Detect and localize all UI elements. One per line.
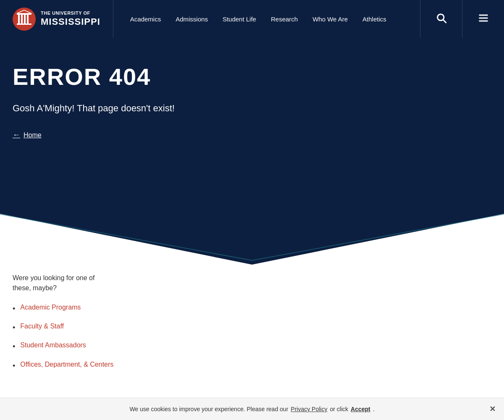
wave-transition [0, 172, 504, 265]
back-home-link[interactable]: ← Home [13, 131, 42, 139]
svg-rect-1 [17, 24, 32, 25]
nav-academics[interactable]: Academics [130, 16, 161, 23]
svg-point-9 [437, 14, 444, 21]
list-item: Academic Programs [13, 304, 491, 314]
site-header: THE UNIVERSITY OF MISSISSIPPI Academics … [0, 0, 504, 38]
nav-research[interactable]: Research [271, 16, 298, 23]
university-logo-icon [13, 8, 36, 31]
hero-section: ERROR 404 Gosh A'Mighty! That page doesn… [0, 38, 504, 172]
nav-student-life[interactable]: Student Life [223, 16, 256, 23]
list-item: Offices, Department, & Centers [13, 361, 491, 371]
link-offices-departments-centers[interactable]: Offices, Department, & Centers [20, 361, 113, 368]
looking-for-text: Were you looking for one of these, maybe… [13, 273, 491, 293]
link-faculty-staff[interactable]: Faculty & Staff [20, 323, 64, 330]
back-arrow-icon: ← [13, 131, 20, 139]
menu-button[interactable] [462, 0, 504, 38]
search-icon [436, 12, 447, 26]
error-subtitle: Gosh A'Mighty! That page doesn't exist! [13, 103, 491, 114]
link-student-ambassadors[interactable]: Student Ambassadors [20, 341, 86, 349]
error-title: ERROR 404 [13, 63, 491, 90]
suggestions-section: Were you looking for one of these, maybe… [0, 265, 504, 396]
menu-icon [478, 12, 489, 26]
list-item: Student Ambassadors [13, 341, 491, 352]
suggestions-list: Academic Programs Faculty & Staff Studen… [13, 304, 491, 371]
link-academic-programs[interactable]: Academic Programs [20, 304, 81, 311]
svg-rect-5 [24, 15, 26, 24]
nav-athletics[interactable]: Athletics [362, 16, 386, 23]
nav-who-we-are[interactable]: Who We Are [312, 16, 348, 23]
list-item: Faculty & Staff [13, 323, 491, 333]
svg-rect-3 [18, 15, 20, 24]
wave-line [0, 172, 504, 265]
logo-text: THE UNIVERSITY OF MISSISSIPPI [41, 10, 100, 28]
back-home-label: Home [24, 131, 42, 139]
main-nav: Academics Admissions Student Life Resear… [113, 16, 420, 23]
header-actions [420, 0, 504, 38]
logo-area[interactable]: THE UNIVERSITY OF MISSISSIPPI [0, 0, 113, 38]
svg-rect-4 [21, 15, 23, 24]
search-button[interactable] [420, 0, 462, 38]
nav-admissions[interactable]: Admissions [176, 16, 208, 23]
svg-rect-6 [27, 15, 29, 24]
svg-line-10 [443, 20, 446, 23]
